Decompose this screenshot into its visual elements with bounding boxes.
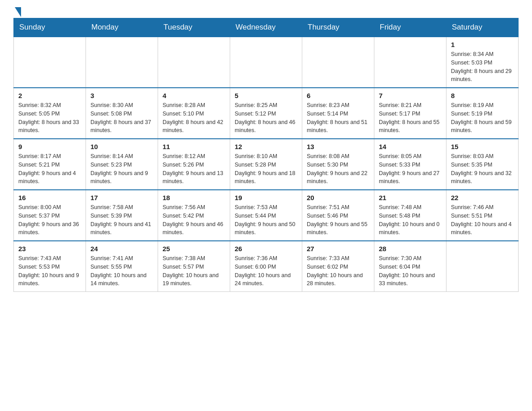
day-info: Sunrise: 7:53 AM Sunset: 5:44 PM Dayligh… bbox=[235, 203, 297, 237]
day-info: Sunrise: 8:19 AM Sunset: 5:19 PM Dayligh… bbox=[451, 101, 514, 135]
day-info: Sunrise: 7:48 AM Sunset: 5:48 PM Dayligh… bbox=[379, 203, 442, 237]
day-info: Sunrise: 7:30 AM Sunset: 6:04 PM Dayligh… bbox=[379, 254, 442, 288]
calendar-day-cell bbox=[158, 37, 230, 88]
day-info: Sunrise: 8:32 AM Sunset: 5:05 PM Dayligh… bbox=[18, 101, 81, 135]
calendar-day-cell: 22Sunrise: 7:46 AM Sunset: 5:51 PM Dayli… bbox=[446, 190, 519, 241]
day-number: 26 bbox=[235, 245, 297, 253]
calendar-day-cell: 11Sunrise: 8:12 AM Sunset: 5:26 PM Dayli… bbox=[158, 139, 230, 190]
logo-triangle-icon bbox=[15, 7, 21, 17]
calendar-day-cell: 5Sunrise: 8:25 AM Sunset: 5:12 PM Daylig… bbox=[230, 88, 302, 139]
calendar-day-cell: 19Sunrise: 7:53 AM Sunset: 5:44 PM Dayli… bbox=[230, 190, 302, 241]
day-number: 17 bbox=[90, 194, 153, 201]
calendar-header-tuesday: Tuesday bbox=[158, 18, 230, 37]
day-info: Sunrise: 8:12 AM Sunset: 5:26 PM Dayligh… bbox=[163, 152, 225, 186]
calendar-table: SundayMondayTuesdayWednesdayThursdayFrid… bbox=[13, 18, 519, 292]
calendar-day-cell: 18Sunrise: 7:56 AM Sunset: 5:42 PM Dayli… bbox=[158, 190, 230, 241]
calendar-week-row: 2Sunrise: 8:32 AM Sunset: 5:05 PM Daylig… bbox=[14, 88, 519, 139]
day-info: Sunrise: 8:28 AM Sunset: 5:10 PM Dayligh… bbox=[163, 101, 225, 135]
day-number: 3 bbox=[90, 92, 153, 99]
calendar-day-cell: 10Sunrise: 8:14 AM Sunset: 5:23 PM Dayli… bbox=[86, 139, 158, 190]
calendar-week-row: 23Sunrise: 7:43 AM Sunset: 5:53 PM Dayli… bbox=[14, 241, 519, 292]
calendar-header-monday: Monday bbox=[86, 18, 158, 37]
day-number: 7 bbox=[379, 92, 442, 99]
calendar-day-cell: 25Sunrise: 7:38 AM Sunset: 5:57 PM Dayli… bbox=[158, 241, 230, 292]
day-number: 1 bbox=[451, 41, 514, 48]
day-info: Sunrise: 7:36 AM Sunset: 6:00 PM Dayligh… bbox=[235, 254, 297, 288]
day-number: 21 bbox=[379, 194, 442, 201]
calendar-header-thursday: Thursday bbox=[302, 18, 374, 37]
day-number: 19 bbox=[235, 194, 297, 201]
day-number: 22 bbox=[451, 194, 514, 201]
day-number: 28 bbox=[379, 245, 442, 253]
day-info: Sunrise: 8:00 AM Sunset: 5:37 PM Dayligh… bbox=[18, 203, 81, 237]
day-info: Sunrise: 8:23 AM Sunset: 5:14 PM Dayligh… bbox=[307, 101, 369, 135]
day-info: Sunrise: 7:33 AM Sunset: 6:02 PM Dayligh… bbox=[307, 254, 369, 288]
calendar-header-wednesday: Wednesday bbox=[230, 18, 302, 37]
day-info: Sunrise: 8:10 AM Sunset: 5:28 PM Dayligh… bbox=[235, 152, 297, 186]
day-number: 13 bbox=[307, 143, 369, 150]
day-info: Sunrise: 7:58 AM Sunset: 5:39 PM Dayligh… bbox=[90, 203, 153, 237]
calendar-day-cell: 1Sunrise: 8:34 AM Sunset: 5:03 PM Daylig… bbox=[446, 37, 519, 88]
day-info: Sunrise: 8:21 AM Sunset: 5:17 PM Dayligh… bbox=[379, 101, 442, 135]
day-number: 4 bbox=[163, 92, 225, 99]
day-number: 23 bbox=[18, 245, 81, 253]
calendar-day-cell: 12Sunrise: 8:10 AM Sunset: 5:28 PM Dayli… bbox=[230, 139, 302, 190]
day-number: 5 bbox=[235, 92, 297, 99]
calendar-day-cell: 28Sunrise: 7:30 AM Sunset: 6:04 PM Dayli… bbox=[374, 241, 446, 292]
calendar-day-cell bbox=[14, 37, 86, 88]
day-number: 25 bbox=[163, 245, 225, 253]
calendar-week-row: 16Sunrise: 8:00 AM Sunset: 5:37 PM Dayli… bbox=[14, 190, 519, 241]
calendar-day-cell: 14Sunrise: 8:05 AM Sunset: 5:33 PM Dayli… bbox=[374, 139, 446, 190]
calendar-day-cell bbox=[230, 37, 302, 88]
day-info: Sunrise: 7:46 AM Sunset: 5:51 PM Dayligh… bbox=[451, 203, 514, 237]
day-number: 12 bbox=[235, 143, 297, 150]
calendar-day-cell: 26Sunrise: 7:36 AM Sunset: 6:00 PM Dayli… bbox=[230, 241, 302, 292]
day-info: Sunrise: 8:34 AM Sunset: 5:03 PM Dayligh… bbox=[451, 50, 514, 84]
calendar-day-cell: 3Sunrise: 8:30 AM Sunset: 5:08 PM Daylig… bbox=[86, 88, 158, 139]
page-header bbox=[13, 9, 519, 13]
day-info: Sunrise: 8:14 AM Sunset: 5:23 PM Dayligh… bbox=[90, 152, 153, 186]
day-number: 9 bbox=[18, 143, 81, 150]
day-number: 18 bbox=[163, 194, 225, 201]
calendar-day-cell: 13Sunrise: 8:08 AM Sunset: 5:30 PM Dayli… bbox=[302, 139, 374, 190]
calendar-day-cell: 6Sunrise: 8:23 AM Sunset: 5:14 PM Daylig… bbox=[302, 88, 374, 139]
calendar-day-cell: 21Sunrise: 7:48 AM Sunset: 5:48 PM Dayli… bbox=[374, 190, 446, 241]
day-info: Sunrise: 8:17 AM Sunset: 5:21 PM Dayligh… bbox=[18, 152, 81, 186]
calendar-week-row: 9Sunrise: 8:17 AM Sunset: 5:21 PM Daylig… bbox=[14, 139, 519, 190]
calendar-day-cell bbox=[446, 241, 519, 292]
calendar-header-saturday: Saturday bbox=[446, 18, 519, 37]
day-info: Sunrise: 7:56 AM Sunset: 5:42 PM Dayligh… bbox=[163, 203, 225, 237]
calendar-header-row: SundayMondayTuesdayWednesdayThursdayFrid… bbox=[14, 18, 519, 37]
calendar-day-cell: 8Sunrise: 8:19 AM Sunset: 5:19 PM Daylig… bbox=[446, 88, 519, 139]
day-number: 15 bbox=[451, 143, 514, 150]
calendar-day-cell bbox=[374, 37, 446, 88]
day-number: 20 bbox=[307, 194, 369, 201]
calendar-day-cell bbox=[302, 37, 374, 88]
day-info: Sunrise: 7:38 AM Sunset: 5:57 PM Dayligh… bbox=[163, 254, 225, 288]
calendar-day-cell: 27Sunrise: 7:33 AM Sunset: 6:02 PM Dayli… bbox=[302, 241, 374, 292]
calendar-day-cell: 4Sunrise: 8:28 AM Sunset: 5:10 PM Daylig… bbox=[158, 88, 230, 139]
day-number: 10 bbox=[90, 143, 153, 150]
calendar-day-cell: 17Sunrise: 7:58 AM Sunset: 5:39 PM Dayli… bbox=[86, 190, 158, 241]
calendar-day-cell: 23Sunrise: 7:43 AM Sunset: 5:53 PM Dayli… bbox=[14, 241, 86, 292]
day-info: Sunrise: 8:30 AM Sunset: 5:08 PM Dayligh… bbox=[90, 101, 153, 135]
day-number: 2 bbox=[18, 92, 81, 99]
calendar-day-cell bbox=[86, 37, 158, 88]
day-info: Sunrise: 7:41 AM Sunset: 5:55 PM Dayligh… bbox=[90, 254, 153, 288]
day-number: 24 bbox=[90, 245, 153, 253]
calendar-day-cell: 7Sunrise: 8:21 AM Sunset: 5:17 PM Daylig… bbox=[374, 88, 446, 139]
calendar-day-cell: 16Sunrise: 8:00 AM Sunset: 5:37 PM Dayli… bbox=[14, 190, 86, 241]
day-number: 27 bbox=[307, 245, 369, 253]
calendar-header-sunday: Sunday bbox=[14, 18, 86, 37]
calendar-day-cell: 15Sunrise: 8:03 AM Sunset: 5:35 PM Dayli… bbox=[446, 139, 519, 190]
day-number: 6 bbox=[307, 92, 369, 99]
day-info: Sunrise: 8:03 AM Sunset: 5:35 PM Dayligh… bbox=[451, 152, 514, 186]
day-number: 8 bbox=[451, 92, 514, 99]
calendar-header-friday: Friday bbox=[374, 18, 446, 37]
day-number: 14 bbox=[379, 143, 442, 150]
day-info: Sunrise: 8:05 AM Sunset: 5:33 PM Dayligh… bbox=[379, 152, 442, 186]
day-info: Sunrise: 7:43 AM Sunset: 5:53 PM Dayligh… bbox=[18, 254, 81, 288]
calendar-day-cell: 9Sunrise: 8:17 AM Sunset: 5:21 PM Daylig… bbox=[14, 139, 86, 190]
calendar-week-row: 1Sunrise: 8:34 AM Sunset: 5:03 PM Daylig… bbox=[14, 37, 519, 88]
day-number: 11 bbox=[163, 143, 225, 150]
